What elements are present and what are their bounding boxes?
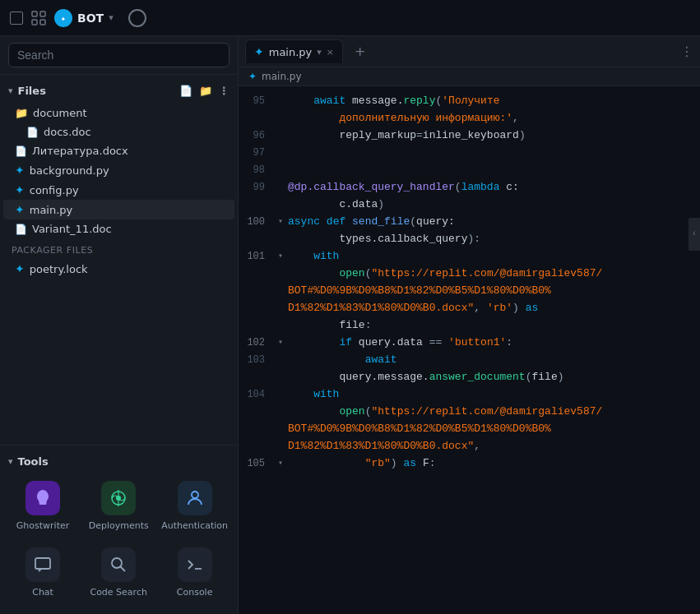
bot-breadcrumb: ✦ BOT ▾ <box>54 9 114 27</box>
py-icon: ✦ <box>15 203 25 216</box>
new-folder-icon[interactable]: 📁 <box>199 85 212 97</box>
svg-rect-2 <box>32 20 37 25</box>
search-bar <box>0 36 238 75</box>
code-line-100b: types.callback_query): <box>239 231 700 248</box>
doc-icon: 📄 <box>15 145 27 157</box>
deployments-label: Deployments <box>89 520 149 531</box>
search-input[interactable] <box>8 43 229 67</box>
code-line-104: 104 with <box>239 386 700 404</box>
doc-icon: 📄 <box>26 127 39 138</box>
file-name: Variant_11.doc <box>32 223 112 235</box>
chat-icon <box>25 547 60 582</box>
sidebar: ▾ Files 📄 📁 ⋮ 📁 document 📄 docs.doc 📄 Ли… <box>0 36 239 614</box>
svg-point-9 <box>192 492 198 498</box>
tools-grid: Ghostwriter Deployments Authentication <box>0 474 238 607</box>
tool-deployments[interactable]: Deployments <box>82 474 155 538</box>
file-item-background-py[interactable]: ✦ background.py <box>3 160 234 180</box>
file-name: poetry.lock <box>30 263 88 275</box>
code-line-97: 97 <box>239 145 700 162</box>
code-line-104d: D1%82%D1%83%D1%80%D0%B0.docx", <box>239 438 700 455</box>
deployments-icon <box>101 481 136 515</box>
tool-code-search[interactable]: Code Search <box>82 541 155 604</box>
sidebar-toggle[interactable] <box>10 12 23 25</box>
file-name: docs.doc <box>44 126 91 138</box>
code-line-98: 98 <box>239 162 700 179</box>
file-item-variant-doc[interactable]: 📄 Variant_11.doc <box>3 219 234 238</box>
breadcrumb-py-icon: ✦ <box>248 71 257 82</box>
file-item-docs-doc[interactable]: 📄 docs.doc <box>3 122 234 141</box>
file-item-main-py[interactable]: ✦ main.py <box>3 200 234 219</box>
code-line-100: 100 ▾ async def send_file(query: <box>239 214 700 231</box>
file-name: config.py <box>30 184 79 196</box>
tool-authentication[interactable]: Authentication <box>158 474 231 538</box>
code-line-95b: дополнительную информацию:', <box>239 110 700 127</box>
files-label: Files <box>18 85 46 97</box>
packager-label: Packager files <box>0 238 238 259</box>
grid-icon[interactable] <box>31 11 46 25</box>
authentication-label: Authentication <box>161 520 228 531</box>
code-line-101d: D1%82%D1%83%D1%80%D0%B0.docx", 'rb') as <box>239 300 700 317</box>
collapse-button[interactable]: ‹ <box>688 218 700 251</box>
file-item-poetry-lock[interactable]: ✦ poetry.lock <box>3 259 234 279</box>
sidebar-square-icon <box>10 12 23 25</box>
more-icon[interactable]: ⋮ <box>219 85 229 97</box>
folder-icon: 📁 <box>15 107 28 119</box>
chat-label: Chat <box>32 587 53 598</box>
ghostwriter-icon <box>25 481 60 515</box>
tab-menu-button[interactable]: ⋮ <box>680 44 693 59</box>
ghostwriter-label: Ghostwriter <box>16 520 69 531</box>
tools-header: ▾ Tools <box>0 452 238 474</box>
file-name: main.py <box>30 204 73 216</box>
code-line-104c: BOT#%D0%9B%D0%B8%D1%82%D0%B5%D1%80%D0%B0… <box>239 421 700 438</box>
code-line-99b: c.data) <box>239 196 700 214</box>
code-line-101c: BOT#%D0%9B%D0%B8%D1%82%D0%B5%D1%80%D0%B0… <box>239 283 700 300</box>
file-item-literatura[interactable]: 📄 Литература.docx <box>3 141 234 160</box>
svg-rect-3 <box>40 20 45 25</box>
code-search-icon <box>101 547 136 582</box>
auth-icon <box>178 481 212 515</box>
files-toggle[interactable]: ▾ <box>8 85 13 96</box>
file-item-document[interactable]: 📁 document <box>3 104 234 122</box>
svg-rect-0 <box>32 12 37 16</box>
code-line-105: 105 ▾ "rb") as F: <box>239 455 700 473</box>
code-line-101b: open("https://replit.com/@damirgaliev587… <box>239 265 700 283</box>
tool-chat[interactable]: Chat <box>7 541 79 604</box>
doc-icon: 📄 <box>15 224 27 235</box>
file-name: Литература.docx <box>32 145 128 157</box>
tools-toggle[interactable]: ▾ <box>8 456 13 467</box>
code-area[interactable]: 95 await message.reply('Получите дополни… <box>239 86 700 614</box>
add-tab-button[interactable]: + <box>348 40 372 62</box>
tab-close-button[interactable]: × <box>327 47 334 58</box>
tab-main-py[interactable]: ✦ main.py ▾ × <box>245 39 343 63</box>
code-line-103b: query.message.answer_document(file) <box>239 369 700 386</box>
code-line-104b: open("https://replit.com/@damirgaliev587… <box>239 404 700 421</box>
svg-text:✦: ✦ <box>61 15 67 22</box>
chevron-icon: ▾ <box>109 12 114 23</box>
py-icon: ✦ <box>15 183 25 196</box>
files-actions: 📄 📁 ⋮ <box>179 85 229 97</box>
console-icon <box>178 547 212 582</box>
tools-section: ▾ Tools Ghostwriter Deployments <box>0 445 238 614</box>
topbar: ✦ BOT ▾ <box>0 0 700 36</box>
files-section: ▾ Files 📄 📁 ⋮ 📁 document 📄 docs.doc 📄 Ли… <box>0 75 238 445</box>
new-file-icon[interactable]: 📄 <box>179 85 192 97</box>
main-layout: ▾ Files 📄 📁 ⋮ 📁 document 📄 docs.doc 📄 Ли… <box>0 36 700 614</box>
notification-icon[interactable] <box>128 9 146 27</box>
svg-point-11 <box>112 558 122 568</box>
svg-rect-1 <box>40 12 45 16</box>
code-line-101: 101 ▾ with <box>239 248 700 265</box>
svg-line-12 <box>121 567 126 572</box>
bot-icon: ✦ <box>54 9 72 27</box>
tab-dropdown[interactable]: ▾ <box>317 47 322 58</box>
svg-rect-10 <box>35 558 50 569</box>
files-header: ▾ Files 📄 📁 ⋮ <box>0 81 238 100</box>
file-item-config-py[interactable]: ✦ config.py <box>3 180 234 200</box>
code-search-label: Code Search <box>90 587 146 598</box>
tool-console[interactable]: Console <box>158 541 231 604</box>
editor-breadcrumb: ✦ main.py <box>239 67 700 86</box>
bot-label[interactable]: BOT <box>77 12 104 25</box>
tab-py-icon: ✦ <box>254 45 264 58</box>
tool-ghostwriter[interactable]: Ghostwriter <box>7 474 79 538</box>
py-icon: ✦ <box>15 164 25 177</box>
code-line-101e: file: <box>239 317 700 335</box>
